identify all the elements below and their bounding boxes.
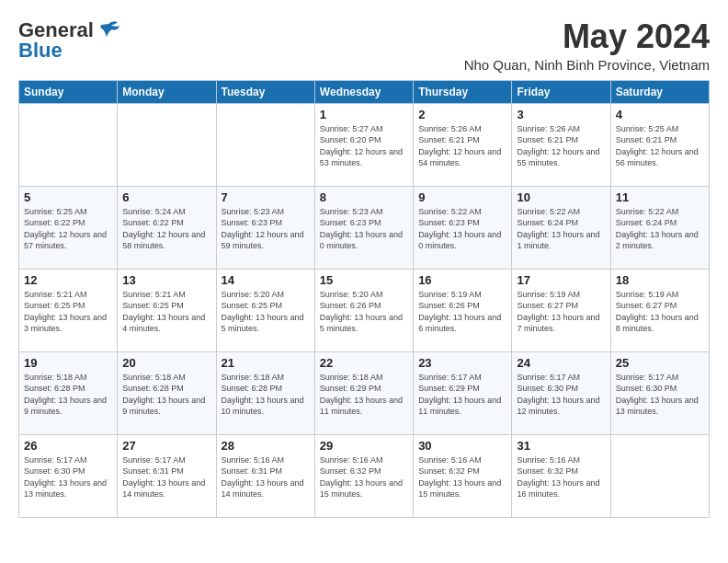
th-tuesday: Tuesday: [216, 80, 314, 103]
day-info: Sunrise: 5:25 AM Sunset: 6:22 PM Dayligh…: [24, 206, 112, 252]
logo-bird-icon: [96, 20, 121, 40]
day-number: 9: [418, 190, 506, 204]
calendar-cell: 8Sunrise: 5:23 AM Sunset: 6:23 PM Daylig…: [314, 186, 413, 269]
day-number: 11: [616, 190, 704, 204]
day-number: 23: [418, 356, 506, 370]
day-number: 1: [320, 108, 408, 121]
calendar-table: Sunday Monday Tuesday Wednesday Thursday…: [18, 80, 710, 518]
page: General Blue May 2024 Nho Quan, Ninh Bin…: [0, 0, 728, 527]
calendar-cell: 31Sunrise: 5:16 AM Sunset: 6:32 PM Dayli…: [512, 434, 610, 517]
calendar-cell: 30Sunrise: 5:16 AM Sunset: 6:32 PM Dayli…: [414, 434, 512, 517]
th-thursday: Thursday: [414, 80, 512, 103]
day-number: 27: [122, 439, 210, 453]
day-info: Sunrise: 5:18 AM Sunset: 6:29 PM Dayligh…: [320, 372, 408, 418]
calendar-cell: 17Sunrise: 5:19 AM Sunset: 6:27 PM Dayli…: [512, 269, 610, 351]
day-number: 21: [222, 356, 310, 370]
day-number: 15: [320, 273, 408, 287]
calendar-cell: 5Sunrise: 5:25 AM Sunset: 6:22 PM Daylig…: [19, 186, 118, 269]
day-number: 4: [616, 108, 704, 121]
header: General Blue May 2024 Nho Quan, Ninh Bin…: [18, 18, 710, 73]
day-number: 19: [24, 356, 112, 370]
th-wednesday: Wednesday: [314, 80, 413, 103]
calendar-cell: 19Sunrise: 5:18 AM Sunset: 6:28 PM Dayli…: [19, 351, 118, 434]
calendar-week-5: 26Sunrise: 5:17 AM Sunset: 6:30 PM Dayli…: [19, 434, 710, 517]
day-number: 26: [24, 439, 112, 453]
day-info: Sunrise: 5:24 AM Sunset: 6:22 PM Dayligh…: [122, 206, 210, 252]
day-number: 24: [517, 356, 605, 370]
day-number: 8: [320, 190, 408, 204]
day-info: Sunrise: 5:23 AM Sunset: 6:23 PM Dayligh…: [320, 206, 408, 252]
day-number: 3: [517, 108, 605, 121]
th-saturday: Saturday: [610, 80, 709, 103]
calendar-title: May 2024: [464, 18, 710, 55]
calendar-cell: 3Sunrise: 5:26 AM Sunset: 6:21 PM Daylig…: [512, 103, 610, 186]
day-info: Sunrise: 5:22 AM Sunset: 6:24 PM Dayligh…: [616, 206, 704, 252]
day-number: 12: [24, 273, 112, 287]
day-number: 10: [517, 190, 605, 204]
title-block: May 2024 Nho Quan, Ninh Binh Province, V…: [464, 18, 710, 73]
day-number: 7: [222, 190, 310, 204]
calendar-cell: 9Sunrise: 5:22 AM Sunset: 6:23 PM Daylig…: [414, 186, 512, 269]
day-info: Sunrise: 5:21 AM Sunset: 6:25 PM Dayligh…: [122, 289, 210, 335]
day-number: 16: [418, 273, 506, 287]
day-number: 31: [517, 439, 605, 453]
day-number: 17: [517, 273, 605, 287]
calendar-week-3: 12Sunrise: 5:21 AM Sunset: 6:25 PM Dayli…: [19, 269, 710, 351]
calendar-cell: 21Sunrise: 5:18 AM Sunset: 6:28 PM Dayli…: [216, 351, 314, 434]
th-friday: Friday: [512, 80, 610, 103]
calendar-cell: 6Sunrise: 5:24 AM Sunset: 6:22 PM Daylig…: [118, 186, 216, 269]
calendar-cell: 26Sunrise: 5:17 AM Sunset: 6:30 PM Dayli…: [19, 434, 118, 517]
calendar-cell: 20Sunrise: 5:18 AM Sunset: 6:28 PM Dayli…: [118, 351, 216, 434]
day-info: Sunrise: 5:17 AM Sunset: 6:29 PM Dayligh…: [418, 372, 506, 418]
calendar-subtitle: Nho Quan, Ninh Binh Province, Vietnam: [464, 57, 710, 73]
day-info: Sunrise: 5:18 AM Sunset: 6:28 PM Dayligh…: [24, 372, 112, 418]
day-number: 6: [122, 190, 210, 204]
day-info: Sunrise: 5:17 AM Sunset: 6:30 PM Dayligh…: [517, 372, 605, 418]
day-number: 20: [122, 356, 210, 370]
day-info: Sunrise: 5:19 AM Sunset: 6:27 PM Dayligh…: [517, 289, 605, 335]
calendar-cell: [216, 103, 314, 186]
calendar-cell: 16Sunrise: 5:19 AM Sunset: 6:26 PM Dayli…: [414, 269, 512, 351]
day-number: 5: [24, 190, 112, 204]
calendar-cell: 27Sunrise: 5:17 AM Sunset: 6:31 PM Dayli…: [118, 434, 216, 517]
day-info: Sunrise: 5:18 AM Sunset: 6:28 PM Dayligh…: [222, 372, 310, 418]
calendar-week-1: 1Sunrise: 5:27 AM Sunset: 6:20 PM Daylig…: [19, 103, 710, 186]
day-info: Sunrise: 5:27 AM Sunset: 6:20 PM Dayligh…: [320, 123, 408, 169]
th-sunday: Sunday: [19, 80, 118, 103]
day-info: Sunrise: 5:26 AM Sunset: 6:21 PM Dayligh…: [517, 123, 605, 169]
day-info: Sunrise: 5:25 AM Sunset: 6:21 PM Dayligh…: [616, 123, 704, 169]
day-number: 14: [222, 273, 310, 287]
day-number: 2: [418, 108, 506, 121]
calendar-cell: 11Sunrise: 5:22 AM Sunset: 6:24 PM Dayli…: [610, 186, 709, 269]
calendar-cell: 24Sunrise: 5:17 AM Sunset: 6:30 PM Dayli…: [512, 351, 610, 434]
calendar-cell: 23Sunrise: 5:17 AM Sunset: 6:29 PM Dayli…: [414, 351, 512, 434]
calendar-cell: 10Sunrise: 5:22 AM Sunset: 6:24 PM Dayli…: [512, 186, 610, 269]
day-info: Sunrise: 5:19 AM Sunset: 6:26 PM Dayligh…: [418, 289, 506, 335]
day-info: Sunrise: 5:16 AM Sunset: 6:32 PM Dayligh…: [320, 454, 408, 500]
calendar-cell: 7Sunrise: 5:23 AM Sunset: 6:23 PM Daylig…: [216, 186, 314, 269]
calendar-cell: 12Sunrise: 5:21 AM Sunset: 6:25 PM Dayli…: [19, 269, 118, 351]
calendar-week-2: 5Sunrise: 5:25 AM Sunset: 6:22 PM Daylig…: [19, 186, 710, 269]
calendar-cell: 18Sunrise: 5:19 AM Sunset: 6:27 PM Dayli…: [610, 269, 709, 351]
day-info: Sunrise: 5:26 AM Sunset: 6:21 PM Dayligh…: [418, 123, 506, 169]
calendar-cell: 28Sunrise: 5:16 AM Sunset: 6:31 PM Dayli…: [216, 434, 314, 517]
day-info: Sunrise: 5:17 AM Sunset: 6:30 PM Dayligh…: [24, 454, 112, 500]
day-info: Sunrise: 5:17 AM Sunset: 6:30 PM Dayligh…: [616, 372, 704, 418]
calendar-cell: [118, 103, 216, 186]
day-number: 18: [616, 273, 704, 287]
day-info: Sunrise: 5:17 AM Sunset: 6:31 PM Dayligh…: [122, 454, 210, 500]
day-info: Sunrise: 5:21 AM Sunset: 6:25 PM Dayligh…: [24, 289, 112, 335]
day-number: 29: [320, 439, 408, 453]
th-monday: Monday: [118, 80, 216, 103]
day-info: Sunrise: 5:23 AM Sunset: 6:23 PM Dayligh…: [222, 206, 310, 252]
day-info: Sunrise: 5:22 AM Sunset: 6:24 PM Dayligh…: [517, 206, 605, 252]
day-info: Sunrise: 5:16 AM Sunset: 6:31 PM Dayligh…: [222, 454, 310, 500]
day-number: 30: [418, 439, 506, 453]
calendar-cell: [19, 103, 118, 186]
calendar-cell: 4Sunrise: 5:25 AM Sunset: 6:21 PM Daylig…: [610, 103, 709, 186]
day-info: Sunrise: 5:22 AM Sunset: 6:23 PM Dayligh…: [418, 206, 506, 252]
calendar-cell: 2Sunrise: 5:26 AM Sunset: 6:21 PM Daylig…: [414, 103, 512, 186]
day-info: Sunrise: 5:16 AM Sunset: 6:32 PM Dayligh…: [418, 454, 506, 500]
weekday-header-row: Sunday Monday Tuesday Wednesday Thursday…: [19, 80, 710, 103]
calendar-cell: 25Sunrise: 5:17 AM Sunset: 6:30 PM Dayli…: [610, 351, 709, 434]
